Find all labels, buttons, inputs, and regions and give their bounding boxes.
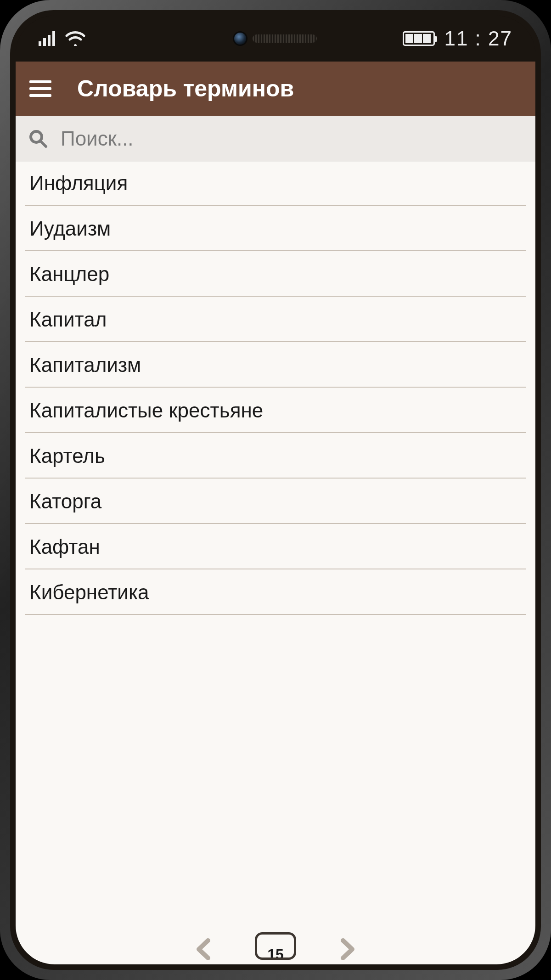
list-item[interactable]: Кафтан (25, 524, 526, 569)
page-number[interactable]: 15 (255, 932, 296, 960)
list-item[interactable]: Капитал (25, 297, 526, 342)
battery-icon (403, 31, 435, 46)
menu-button[interactable] (29, 80, 51, 97)
svg-rect-2 (48, 35, 51, 46)
app-header: Словарь терминов (16, 62, 535, 116)
list-item[interactable]: Картель (25, 433, 526, 479)
phone-frame: 11 : 27 Словарь терминов (0, 0, 551, 980)
speaker-grille (253, 34, 317, 43)
next-page-button[interactable] (337, 932, 358, 962)
list-item[interactable]: Кибернетика (25, 569, 526, 615)
list-item[interactable]: Капиталистые крестьяне (25, 388, 526, 433)
svg-rect-3 (52, 31, 55, 46)
list-item[interactable]: Иудаизм (25, 206, 526, 251)
list-item[interactable]: Капитализм (25, 342, 526, 388)
prev-page-button[interactable] (193, 932, 214, 962)
clock-time: 11 : 27 (444, 27, 512, 50)
wifi-icon (65, 31, 85, 46)
list-item[interactable]: Каторга (25, 479, 526, 524)
list-item[interactable]: Инфляция (25, 162, 526, 206)
search-bar (16, 116, 535, 162)
search-input[interactable] (61, 127, 523, 150)
page-title: Словарь терминов (77, 75, 294, 102)
svg-rect-1 (43, 38, 46, 46)
list-item[interactable]: Канцлер (25, 251, 526, 297)
status-bar: 11 : 27 (16, 16, 535, 62)
svg-line-5 (40, 141, 46, 146)
page-number-value: 15 (267, 946, 284, 960)
cellular-signal-icon (39, 31, 57, 46)
search-icon (28, 129, 48, 148)
pagination: 15 (16, 932, 535, 964)
svg-rect-0 (39, 41, 41, 46)
front-camera (234, 33, 246, 45)
terms-list[interactable]: Инфляция Иудаизм Канцлер Капитал Капитал… (16, 162, 535, 932)
